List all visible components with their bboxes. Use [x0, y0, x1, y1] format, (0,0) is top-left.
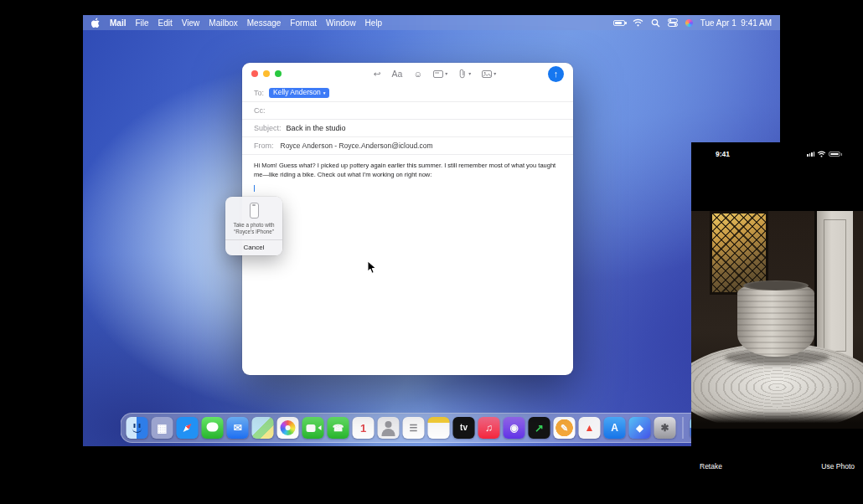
- apple-menu[interactable]: [91, 18, 101, 28]
- podcasts-icon: ◉: [509, 423, 518, 433]
- to-label: To:: [254, 89, 264, 97]
- menu-edit[interactable]: Edit: [158, 18, 173, 28]
- photo-icon: [482, 70, 492, 78]
- iphone-clock: 9:41: [716, 150, 730, 158]
- dock-stocks[interactable]: ↗: [529, 417, 550, 439]
- dock-separator: [683, 417, 684, 439]
- battery-icon: [829, 152, 840, 157]
- format-button[interactable]: Aa: [392, 69, 403, 79]
- from-label: From:: [254, 141, 274, 150]
- camera-action-bar: Retake Use Photo: [691, 429, 863, 504]
- wifi-icon[interactable]: [633, 18, 643, 27]
- body-text: Hi Mom! Guess what? I picked up pottery …: [254, 162, 561, 180]
- calendar-icon: 1: [360, 423, 366, 434]
- menu-window[interactable]: Window: [326, 18, 356, 28]
- dock-settings[interactable]: ✱: [654, 417, 676, 439]
- popup-prompt-line1: Take a photo with: [225, 222, 282, 229]
- apple-logo-icon: [91, 18, 101, 28]
- attach-button[interactable]: ▾: [458, 69, 471, 79]
- wheel-base: [691, 410, 863, 429]
- dock-reminders[interactable]: ☰: [403, 417, 425, 439]
- dock-contacts[interactable]: [378, 417, 400, 439]
- dock-messages[interactable]: [202, 417, 224, 439]
- studio-door: [814, 211, 853, 360]
- desktop: Mail FileEditViewMailboxMessageFormatWin…: [83, 15, 780, 446]
- camera-preview: [691, 211, 863, 429]
- dock-finder[interactable]: [127, 417, 148, 439]
- from-value: Royce Anderson - Royce.Anderson@icloud.c…: [281, 141, 433, 150]
- dock-safari[interactable]: [177, 417, 199, 439]
- subject-value: Back in the studio: [287, 124, 346, 132]
- dock-mail[interactable]: ✉: [227, 417, 249, 439]
- dock-music[interactable]: ♫: [478, 417, 500, 439]
- cc-label: Cc:: [254, 106, 266, 115]
- iphone-status-bar: 9:41: [691, 149, 863, 162]
- dock-launchpad[interactable]: ▦: [152, 417, 173, 439]
- media-button[interactable]: ▾: [482, 70, 496, 78]
- chevron-down-icon: ▾: [468, 71, 471, 76]
- from-field[interactable]: From: Royce Anderson - Royce.Anderson@ic…: [242, 137, 573, 155]
- dock-photos[interactable]: [277, 417, 299, 439]
- stocks-icon: ↗: [535, 423, 544, 434]
- close-button[interactable]: [251, 70, 258, 77]
- popup-prompt-line2: “Royce’s iPhone”: [225, 229, 282, 235]
- cc-field[interactable]: Cc:: [242, 102, 573, 120]
- recipient-name: Kelly Anderson: [273, 89, 321, 96]
- use-photo-button[interactable]: Use Photo: [821, 462, 855, 471]
- rocket-icon: ▲: [585, 423, 595, 433]
- menu-help[interactable]: Help: [365, 18, 383, 28]
- dock-shortcuts[interactable]: ◆: [629, 417, 651, 439]
- dock-podcasts[interactable]: ◉: [504, 417, 525, 439]
- zoom-button[interactable]: [275, 70, 282, 77]
- dock-freeform[interactable]: ✎: [554, 417, 576, 439]
- launchpad-icon: ▦: [157, 423, 167, 434]
- battery-icon[interactable]: [613, 20, 625, 26]
- to-field[interactable]: To: Kelly Anderson ▾: [242, 85, 573, 102]
- dock-rocket[interactable]: ▲: [579, 417, 601, 439]
- menu-file[interactable]: File: [135, 18, 148, 28]
- chevron-down-icon: ▾: [445, 71, 447, 76]
- music-icon: ♫: [485, 423, 493, 433]
- menu-message[interactable]: Message: [247, 18, 282, 28]
- mail-icon: ✉: [233, 423, 241, 433]
- send-arrow-icon: ↑: [554, 69, 559, 79]
- header-fields-button[interactable]: ▾: [433, 70, 447, 78]
- reminders-icon: ☰: [410, 424, 418, 433]
- menu-format[interactable]: Format: [290, 18, 317, 28]
- iphone-icon: [250, 203, 259, 219]
- control-center-icon[interactable]: [668, 18, 678, 27]
- continuity-camera-view: 9:41 Retake Use Photo: [691, 142, 863, 504]
- dock-appstore[interactable]: A: [604, 417, 626, 439]
- menu-bar: Mail FileEditViewMailboxMessageFormatWin…: [83, 15, 780, 30]
- text-cursor: [254, 185, 255, 192]
- recipient-pill[interactable]: Kelly Anderson ▾: [269, 88, 329, 98]
- dock-maps[interactable]: [252, 417, 274, 439]
- menu-bar-clock[interactable]: Tue Apr 1 9:41 AM: [700, 18, 772, 28]
- minimize-button[interactable]: [263, 70, 270, 77]
- dock-facetime[interactable]: [302, 417, 324, 439]
- retake-button[interactable]: Retake: [700, 462, 722, 471]
- subject-field[interactable]: Subject: Back in the studio: [242, 120, 573, 137]
- undo-button[interactable]: ↩: [374, 69, 381, 79]
- menu-view[interactable]: View: [182, 18, 200, 28]
- phone-icon: ☎: [333, 424, 344, 433]
- send-button[interactable]: ↑: [548, 66, 564, 82]
- menu-app-name[interactable]: Mail: [110, 18, 126, 28]
- emoji-button[interactable]: ☺: [413, 69, 422, 79]
- dock-calendar[interactable]: 1: [353, 417, 375, 439]
- cancel-button[interactable]: Cancel: [225, 239, 282, 255]
- message-body[interactable]: Hi Mom! Guess what? I picked up pottery …: [242, 155, 573, 198]
- header-fields-icon: [433, 70, 443, 78]
- menubar-menus: FileEditViewMailboxMessageFormatWindowHe…: [135, 18, 382, 28]
- mail-compose-window: ↩ Aa ☺ ▾ ▾ ▾ ↑ To:: [242, 63, 573, 375]
- dock-tv[interactable]: tv: [453, 417, 475, 439]
- freeform-icon: ✎: [561, 424, 568, 433]
- search-icon[interactable]: [651, 18, 660, 28]
- menu-mailbox[interactable]: Mailbox: [209, 18, 237, 28]
- window-controls: [251, 70, 282, 77]
- dock: ▦✉☎1☰tv♫◉↗✎▲A◆✱♺: [121, 413, 743, 443]
- settings-icon: ✱: [660, 423, 669, 433]
- dock-notes[interactable]: [428, 417, 450, 439]
- siri-icon[interactable]: [685, 19, 693, 27]
- dock-phone[interactable]: ☎: [328, 417, 349, 439]
